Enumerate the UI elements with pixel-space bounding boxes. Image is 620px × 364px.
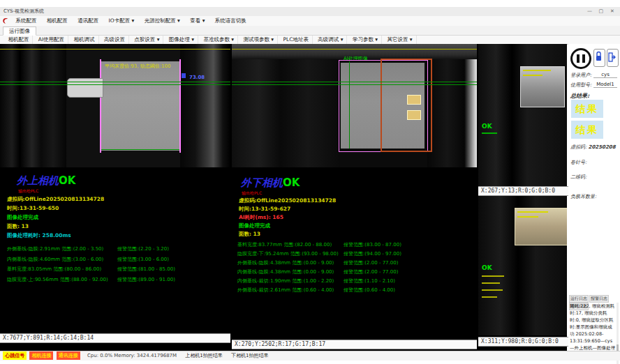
menu-bar: 系统配置 相机配置 通讯配置 IO卡配置 ▾ 光源控制配置 ▾ 查看 ▾ 系统语… [0,16,620,26]
menu-item-io-config[interactable]: IO卡配置 ▾ [105,16,139,26]
needle-number-label: 卷针号: [570,159,586,166]
left-barcode: 虚拟码:OffLine2025020813134728 [7,196,104,203]
top-camera-result-status: 上相机1拍照结果 [185,353,222,358]
login-user-value: cys [593,72,617,78]
heartbeat-status-badge: 心跳信号 [3,351,27,360]
menu-item-comm-config[interactable]: 通讯配置 [73,16,103,26]
log-marker-yellow-3 [482,289,503,291]
lock-button[interactable] [593,49,605,67]
machine-background [232,59,340,167]
left-coordinates-bar: X:7677;Y:891;R:14;G:14;B:14 [0,333,230,343]
left-result-ok: OK [59,174,75,187]
toolbar-advanced-debug[interactable]: 高级调试 ▾ [314,36,347,44]
minimize-button[interactable]: — [585,7,595,16]
toolbar-image-processing[interactable]: 图像处理 ▾ [165,36,198,44]
machine-right-background [427,59,477,167]
machine-background [0,44,66,167]
part-marker-yellow-2 [523,75,542,76]
login-user-label: 登录用户: [570,72,591,79]
menu-item-camera-config[interactable]: 相机配置 [43,16,72,26]
maximize-button[interactable]: ▢ [596,7,606,16]
left-time: 时间:13-31-59-650 [7,205,59,212]
middle-coordinates-bar: X:270;Y:2502;R:17;G:17;B:17 [232,340,477,349]
comm-connection-badge: 通讯连接 [57,351,80,360]
toolbar-camera-config[interactable]: 相机配置 [4,36,33,44]
toolbar-camera-debug[interactable]: 相机调试 [71,36,99,44]
menu-item-view[interactable]: 查看 ▾ [186,16,209,26]
log-tab-run[interactable]: 运行日志 [569,295,589,303]
reference-line-yellow [0,49,230,50]
toolbar-plc-address[interactable]: PLC地址表 [279,36,312,44]
ok-marker-green [482,132,497,134]
menu-item-light-config[interactable]: 光源控制配置 ▾ [140,16,184,26]
middle-camera-image[interactable]: AI处理图像 [232,44,477,167]
left-plc-output-label: 输出给PLC [18,188,38,195]
measurement-row: 外侧基线-隐膜:4.38mm 范围:(0.00 - 9.00)报警范围:(2.0… [237,259,475,266]
tab-run-image[interactable]: 运行图像 [3,26,36,36]
virtual-code-value: 20250208 [589,144,616,150]
app-window: CYS-视觉检测系统 — ▢ ✕ 系统配置 相机配置 通讯配置 IO卡配置 ▾ … [0,0,620,364]
baseline-green-1 [0,82,230,82]
toolbar-ai-config[interactable]: AI使用配置 [35,36,68,44]
toolbar-advanced-settings[interactable]: 高级设置 [101,36,129,44]
toolbar-learning-params[interactable]: 学习参数 ▾ [349,36,382,44]
machine-right-column [180,44,230,167]
tab-strip: 运行图像 [0,26,620,36]
pause-button[interactable] [570,48,591,69]
measurement-row: 隐膜宽度-上:90.56mm 范围:(88.00 - 92.00)报警范围:(8… [7,276,229,283]
left-process-done: 图像处理完成 [7,214,38,221]
model-value: Model1 [593,82,617,88]
small-bottom-camera-image[interactable]: OK [478,196,567,335]
toolbar-other-settings[interactable]: 其它设置 ▾ [383,36,416,44]
logout-icon [607,50,617,65]
menu-item-language[interactable]: 系统语言切换 [211,16,251,26]
bottom-camera-result-status: 下相机1拍照结果 [231,353,268,358]
edge-line-magenta-left [100,59,101,153]
baseline-green-2 [232,84,477,85]
gray-value-overlay: 平均灰度值:93, 动态阈值:100 [105,63,170,70]
reference-line-yellow [232,49,477,50]
measurement-row: 内侧基线-隐膜:4.60mm 范围:(3.00 - 6.00)报警范围:(3.0… [7,256,229,263]
lock-icon [594,50,603,65]
left-camera-title: 外上相机OK [17,174,75,188]
cpu-memory-status: Cpu: 0.0% Memory: 3424.4179687M [87,353,177,358]
log-tab-alarm[interactable]: 报警日志 [589,295,609,303]
measure-tag: 73.08 [182,68,205,82]
left-result-block: 外上相机OK 输出给PLC 虚拟码:OffLine202502081313472… [0,167,230,333]
measurement-row: 内侧基线-隐膜:4.38mm 范围:(0.00 - 9.00)报警范围:(2.0… [237,268,475,275]
machine-background [478,44,567,186]
toolbar-glue-settings[interactable]: 点胶设置 ▾ [131,36,163,44]
measurement-row: 基料宽度:83.77mm 范围:(82.00 - 88.00)报警范围:(83.… [237,241,475,248]
baseline-green-3 [101,149,179,150]
pause-icon [582,54,585,63]
measurement-row: 外侧基线-裁切:2.61mm 范围:(0.60 - 4.00)报警范围:(0.6… [237,287,475,294]
toolbar-baseline-params[interactable]: 基准线参数 ▾ [200,36,238,44]
measurement-row: 基料宽度:83.05mm 范围:(80.00 - 86.00)报警范围:(81.… [7,266,229,273]
tab-contact-2 [407,110,421,120]
menu-item-system-config[interactable]: 系统配置 [11,16,40,26]
logout-button[interactable] [607,49,619,67]
small-bottom-ok-label: OK [482,264,492,271]
middle-result-block: 外下相机OK 输出给PLC 虚拟码:OffLine202502081313472… [232,167,477,340]
part-body [515,208,567,245]
film-strip [101,61,179,151]
window-title: CYS-视觉检测系统 [3,7,44,16]
part-marker-yellow-1 [523,70,551,71]
close-button[interactable]: ✕ [607,7,617,16]
part-body [520,66,565,107]
measurement-row: 隐膜宽度-下:95.24mm 范围:(93.00 - 98.00)报警范围:(9… [237,250,475,257]
model-label: 使用型号: [570,82,591,89]
baseline-green-vertical [349,61,350,149]
measurement-row: 内侧基线-裁切:1.90mm 范围:(1.00 - 2.20)报警范围:(1.1… [237,278,475,285]
small-top-camera-image[interactable]: OK [478,44,567,186]
toolbar-test-params[interactable]: 测试项参数 ▾ [239,36,278,44]
left-face-count: 面数: 13 [7,223,29,230]
middle-camera-title: 外下相机OK [241,176,300,190]
middle-barcode: 虚拟码:OffLine2025020813134728 [239,197,336,204]
pause-icon [577,54,580,63]
middle-plc-output-label: 输出给PLC [242,190,262,197]
edge-line-magenta-right [179,59,181,153]
measurement-row: 外侧基线-隐膜:2.91mm 范围:(2.00 - 3.50)报警范围:(2.2… [7,245,229,252]
result-box-1: 结果 [571,100,603,118]
left-camera-image[interactable]: 平均灰度值:93, 动态阈值:100 73.08 [0,44,230,167]
